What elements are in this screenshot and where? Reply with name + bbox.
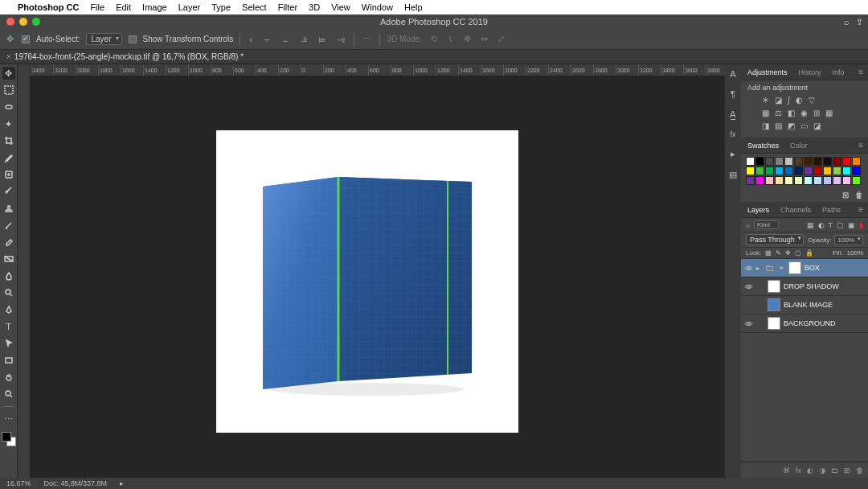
- new-swatch-icon[interactable]: ⊞: [842, 191, 849, 199]
- swatch[interactable]: [755, 166, 764, 175]
- swatch[interactable]: [852, 166, 861, 175]
- selective-color-icon[interactable]: ◪: [813, 121, 821, 130]
- foreground-color[interactable]: [2, 432, 11, 442]
- artboard[interactable]: [216, 130, 518, 433]
- new-fill-icon[interactable]: ◑: [819, 466, 825, 475]
- swatch[interactable]: [746, 157, 755, 166]
- layer-row[interactable]: BLANK IMAGE: [741, 296, 868, 314]
- lock-transparency-icon[interactable]: ▦: [765, 249, 772, 257]
- swatch[interactable]: [775, 176, 784, 185]
- distribute-icon[interactable]: ⋯: [361, 34, 373, 44]
- swatch[interactable]: [755, 157, 764, 166]
- swatch[interactable]: [833, 166, 841, 175]
- close-tab-icon[interactable]: ×: [6, 52, 11, 61]
- window-close-button[interactable]: [6, 18, 14, 26]
- status-caret-icon[interactable]: ▸: [120, 479, 124, 487]
- menu-select[interactable]: Select: [242, 2, 267, 12]
- layer-visibility-toggle[interactable]: [744, 282, 753, 291]
- lock-artboard-icon[interactable]: ▢: [795, 249, 801, 257]
- exposure-icon[interactable]: ◐: [796, 96, 803, 105]
- layer-thumb[interactable]: [768, 317, 780, 330]
- bw-icon[interactable]: ◧: [788, 109, 795, 117]
- swatch[interactable]: [794, 166, 803, 175]
- swatch[interactable]: [852, 176, 861, 185]
- filter-kind-select[interactable]: Kind: [754, 220, 779, 229]
- layer-row[interactable]: DROP SHADOW: [741, 277, 868, 296]
- align-center-v-icon[interactable]: ⫢: [317, 35, 329, 44]
- lock-paint-icon[interactable]: ✎: [776, 249, 781, 257]
- tab-history[interactable]: History: [797, 66, 823, 79]
- group-disclosure-icon[interactable]: ▸: [756, 265, 760, 272]
- align-center-h-icon[interactable]: ⫟: [261, 35, 273, 44]
- menu-image[interactable]: Image: [142, 2, 167, 12]
- filter-adjust-icon[interactable]: ◐: [818, 221, 825, 229]
- menu-filter[interactable]: Filter: [278, 2, 297, 12]
- fill-value[interactable]: 100%: [847, 249, 863, 257]
- tab-swatches[interactable]: Swatches: [746, 139, 780, 152]
- tab-channels[interactable]: Channels: [779, 203, 813, 216]
- layer-visibility-toggle[interactable]: [744, 264, 753, 273]
- canvas-area[interactable]: 3400320030001800160014001200100080060040…: [18, 64, 725, 478]
- document-tab[interactable]: 19764-box-front-(25-angle)-mockup.tif @ …: [14, 52, 244, 61]
- link-layers-icon[interactable]: ⌘: [783, 466, 790, 475]
- panel-icon[interactable]: ▤: [729, 170, 737, 180]
- layer-name[interactable]: BLANK IMAGE: [784, 301, 833, 309]
- edit-toolbar-icon[interactable]: ⋯: [2, 413, 15, 425]
- layer-name[interactable]: BACKGROUND: [784, 319, 836, 327]
- swatch[interactable]: [784, 166, 793, 175]
- glyphs-panel-icon[interactable]: A̲: [730, 109, 736, 120]
- filter-toggle-icon[interactable]: ▮: [859, 221, 863, 229]
- app-name[interactable]: Photoshop CC: [18, 2, 79, 12]
- layer-thumb[interactable]: [768, 298, 780, 311]
- layer-name[interactable]: DROP SHADOW: [784, 282, 839, 290]
- zoom-level[interactable]: 16.67%: [6, 479, 31, 487]
- panel-menu-icon[interactable]: ≡: [858, 141, 863, 150]
- panel-menu-icon[interactable]: ≡: [858, 205, 863, 214]
- swatch[interactable]: [746, 176, 755, 185]
- show-transform-checkbox[interactable]: [129, 35, 137, 43]
- filter-type-icon[interactable]: T: [829, 221, 833, 229]
- move-tool[interactable]: ✥: [2, 67, 15, 80]
- swatch[interactable]: [784, 157, 793, 166]
- path-select-tool[interactable]: [2, 337, 15, 350]
- gradient-tool[interactable]: [2, 253, 15, 265]
- filter-search-icon[interactable]: ⌕: [746, 221, 750, 229]
- blend-mode-select[interactable]: Pass Through: [746, 234, 804, 245]
- invert-icon[interactable]: ◨: [762, 121, 769, 130]
- tab-layers[interactable]: Layers: [746, 203, 771, 216]
- panel-menu-icon[interactable]: ≡: [858, 68, 863, 76]
- zoom-tool[interactable]: [2, 388, 15, 401]
- doc-size[interactable]: Doc: 45,8M/337,8M: [44, 479, 108, 487]
- menu-3d[interactable]: 3D: [309, 2, 320, 12]
- window-zoom-button[interactable]: [32, 18, 40, 26]
- swatch[interactable]: [833, 176, 841, 185]
- swatch[interactable]: [804, 176, 813, 185]
- swatch[interactable]: [813, 157, 822, 166]
- menu-window[interactable]: Window: [362, 2, 393, 12]
- lasso-tool[interactable]: [2, 101, 15, 113]
- lock-all-icon[interactable]: 🔒: [805, 249, 813, 257]
- search-icon[interactable]: ⌕: [844, 17, 850, 27]
- menu-layer[interactable]: Layer: [178, 2, 201, 12]
- delete-layer-icon[interactable]: 🗑: [856, 466, 863, 475]
- swatch[interactable]: [804, 166, 813, 175]
- align-left-icon[interactable]: ⫞: [247, 35, 255, 44]
- color-lookup-icon[interactable]: ▦: [825, 109, 833, 117]
- foreground-background-colors[interactable]: [2, 432, 16, 446]
- filter-shape-icon[interactable]: ▢: [837, 221, 844, 229]
- layer-visibility-toggle[interactable]: [744, 301, 753, 310]
- hand-tool[interactable]: [2, 371, 15, 384]
- ruler-horizontal[interactable]: 3400320030001800160014001200100080060040…: [31, 64, 725, 76]
- auto-select-target[interactable]: Layer: [86, 33, 121, 45]
- new-group-icon[interactable]: 🗀: [831, 466, 838, 475]
- align-right-icon[interactable]: ⫠: [280, 35, 292, 44]
- tab-paths[interactable]: Paths: [821, 203, 842, 216]
- layer-fx-icon[interactable]: fx: [796, 466, 801, 475]
- lock-position-icon[interactable]: ✥: [785, 249, 791, 257]
- layer-thumb[interactable]: [768, 280, 780, 293]
- blur-tool[interactable]: [2, 269, 15, 282]
- history-brush-tool[interactable]: [2, 219, 15, 232]
- healing-brush-tool[interactable]: [2, 168, 15, 181]
- swatch[interactable]: [842, 166, 851, 175]
- swatch[interactable]: [833, 157, 841, 166]
